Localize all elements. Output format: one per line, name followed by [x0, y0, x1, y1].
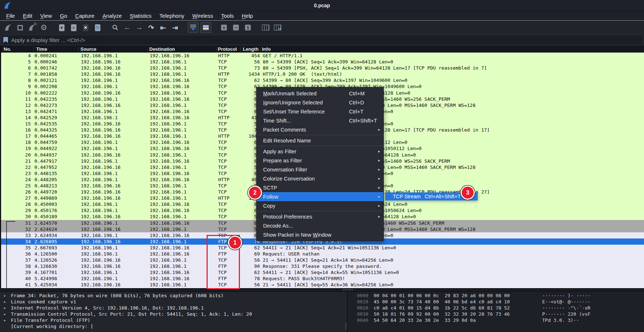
column-header-length[interactable]: Length [243, 46, 258, 52]
detail-line[interactable]: ▸Linux cooked capture v1 [0, 299, 347, 305]
packet-row-4[interactable]: 40.000241192.168.196.1192.168.196.16HTTP… [0, 53, 644, 59]
cell-length: 62 [232, 96, 260, 102]
horizontal-splitter[interactable] [0, 288, 644, 292]
packet-row-35[interactable]: 352.667693192.168.196.1192.168.196.16TCP… [0, 245, 644, 251]
expand-arrow-icon[interactable]: ▸ [4, 294, 6, 298]
context-menu-item-copy[interactable]: Copy▸ [257, 201, 383, 210]
colorize-packets-button[interactable] [200, 22, 211, 33]
menu-edit[interactable]: Edit [19, 13, 36, 19]
menu-tools[interactable]: Tools [217, 13, 238, 19]
cell-length: 56 [232, 152, 260, 158]
restart-capture-button[interactable]: ↻ [27, 22, 37, 33]
menu-analyze[interactable]: Analyze [99, 13, 126, 19]
menu-statistics[interactable]: Statistics [126, 13, 155, 19]
open-file-button[interactable]: ▾ [57, 22, 67, 33]
expand-arrow-icon[interactable]: ▸ [4, 306, 6, 310]
expand-arrow-icon[interactable]: ▸ [4, 318, 6, 322]
column-header-no[interactable]: No. [4, 46, 11, 52]
menu-go[interactable]: Go [56, 13, 71, 19]
close-file-button[interactable]: ✕ [80, 22, 91, 33]
go-first-packet-button[interactable]: ⇤ [158, 22, 168, 33]
expand-arrow-icon[interactable]: ▸ [4, 312, 6, 316]
menu-telephony[interactable]: Telephony [155, 13, 188, 19]
context-menu-item-show-packet-in-new-window[interactable]: Show Packet in New Window [257, 230, 383, 239]
context-menu-item-protocol-preferences[interactable]: Protocol Preferences▸ [257, 212, 383, 221]
menu-view[interactable]: View [36, 13, 56, 19]
resize-columns-button[interactable] [261, 22, 271, 33]
splitter-grip-icon[interactable] [343, 289, 353, 290]
go-to-packet-button[interactable]: ↷ [146, 22, 156, 33]
packet-row-5[interactable]: 50.000246192.168.196.16192.168.196.1TCP5… [0, 59, 644, 65]
capture-options-button[interactable]: ⚙ [39, 22, 49, 33]
context-menu-item-conversation-filter[interactable]: Conversation Filter▸ [257, 165, 383, 174]
packet-row-36[interactable]: 364.126500192.168.196.1192.168.196.16FTP… [0, 251, 644, 257]
go-last-packet-button[interactable]: ⇥ [170, 22, 180, 33]
detail-line[interactable]: ▸Transmission Control Protocol, Src Port… [0, 311, 347, 318]
detail-line[interactable]: ▸File Transfer Protocol (FTP) [0, 318, 347, 324]
detail-line[interactable]: ▸Internet Protocol Version 4, Src: 192.1… [0, 305, 347, 311]
start-capture-button[interactable] [3, 22, 13, 33]
cell-protocol: TCP [218, 59, 227, 65]
packet-details-pane[interactable]: ▸Frame 34: Packet, 76 bytes on wire (608… [0, 291, 347, 332]
packet-row-38[interactable]: 384.126630192.168.196.16192.168.196.1FTP… [0, 263, 644, 269]
cell-time: 0.042235 [34, 96, 57, 102]
context-menu-item-ignore-unignore-selected[interactable]: Ignore/Unignore SelectedCtrl+D [257, 98, 383, 107]
expand-arrow-icon[interactable]: ▸ [4, 300, 6, 304]
cell-length: 454 [232, 53, 260, 59]
cell-no: 34 [0, 238, 31, 245]
find-packet-button[interactable] [110, 22, 120, 33]
menu-wireless[interactable]: Wireless [188, 13, 217, 19]
zoom-out-button[interactable]: − [231, 22, 241, 33]
menu-capture[interactable]: Capture [71, 13, 98, 19]
cell-no: 39 [0, 269, 31, 275]
column-header-time[interactable]: Time [36, 46, 47, 52]
packet-row-6[interactable]: 60.001742192.168.196.16192.168.196.1TCP7… [0, 65, 644, 71]
go-forward-button[interactable]: → [134, 22, 144, 33]
menu-file[interactable]: File [2, 13, 19, 19]
stop-capture-button[interactable] [15, 22, 25, 33]
context-menu-label: Ignore/Unignore Selected [263, 100, 323, 105]
hex-row[interactable]: 001045 00 00 3c 73 74 40 00 40 06 bd e4 … [348, 299, 644, 305]
hex-dump-pane[interactable]: 000000 04 00 01 00 06 00 0c 29 83 20 a6 … [347, 291, 644, 332]
detail-line[interactable]: ▸Frame 34: Packet, 76 bytes on wire (608… [0, 293, 347, 299]
column-header-destination[interactable]: Destination [149, 46, 175, 52]
context-menu-item-set-unset-time-reference[interactable]: Set/Unset Time ReferenceCtrl+T [257, 107, 383, 116]
column-header-info[interactable]: Info [262, 46, 271, 52]
packet-row-37[interactable]: 374.126526192.168.196.16192.168.196.1TCP… [0, 257, 644, 263]
pane-divider-grip-icon[interactable] [345, 323, 346, 329]
context-menu-item-time-shift[interactable]: Time Shift...Ctrl+Shift+T [257, 116, 383, 125]
column-header-protocol[interactable]: Protocol [218, 46, 237, 52]
context-menu-item-mark-unmark-selected[interactable]: Mark/Unmark SelectedCtrl+M [257, 89, 383, 98]
fit-columns-button[interactable]: 12 [273, 22, 283, 33]
context-menu-item-apply-as-filter[interactable]: Apply as Filter▸ [257, 147, 383, 156]
context-menu-item-colorize-conversation[interactable]: Colorize Conversation▸ [257, 174, 383, 183]
context-menu-item-packet-comments[interactable]: Packet Comments▸ [257, 125, 383, 134]
context-menu-item-decode-as[interactable]: Decode As... [257, 221, 383, 230]
go-back-button[interactable]: ← [122, 22, 132, 33]
menu-help[interactable]: Help [238, 13, 257, 19]
context-menu-item-prepare-as-filter[interactable]: Prepare as Filter▸ [257, 156, 383, 165]
packet-row-41[interactable]: 415.425034192.168.196.16192.168.196.1TCP… [0, 282, 644, 288]
context-menu-item-edit-resolved-name[interactable]: Edit Resolved Name [257, 136, 383, 145]
hex-row[interactable]: 003050 18 01 f6 09 92 00 00 32 32 30 20 … [348, 311, 644, 318]
packet-row-39[interactable]: 394.167701192.168.196.1192.168.196.16TCP… [0, 269, 644, 275]
cell-no: 37 [0, 257, 31, 263]
packet-row-40[interactable]: 405.424998192.168.196.1192.168.196.16FTP… [0, 275, 644, 282]
reload-file-button[interactable]: ↻ [92, 22, 103, 33]
context-menu-item-follow[interactable]: Follow▸ [257, 192, 383, 201]
zoom-in-button[interactable]: + [219, 22, 229, 33]
context-menu-item-sctp[interactable]: SCTP▸ [257, 183, 383, 192]
display-filter-input[interactable]: Apply a display filter ... <Ctrl-/> [1, 35, 643, 45]
cell-source: 192.168.196.16 [81, 195, 121, 201]
detail-line[interactable]: [Current working directory: ] [0, 324, 347, 330]
hex-row[interactable]: 004054 50 64 20 33 2e 30 2e 33 29 0d 0aT… [348, 318, 644, 324]
column-header-source[interactable]: Source [80, 46, 96, 52]
save-file-button[interactable]: ≡ [68, 22, 79, 33]
filter-bookmark-icon[interactable] [3, 37, 8, 43]
auto-scroll-button[interactable] [188, 22, 199, 33]
hex-row[interactable]: 000000 04 00 01 00 06 00 0c 29 83 20 a6 … [348, 293, 644, 299]
packet-row-7[interactable]: 70.001858192.168.196.16192.168.196.1HTTP… [0, 71, 644, 77]
packet-row-8[interactable]: 80.002121192.168.196.1192.168.196.16TCP6… [0, 77, 644, 83]
zoom-original-button[interactable]: 1 [243, 22, 253, 33]
hex-row[interactable]: 0020c0 a8 c4 01 00 15 d4 8b 1b 22 5c d6 … [348, 305, 644, 311]
